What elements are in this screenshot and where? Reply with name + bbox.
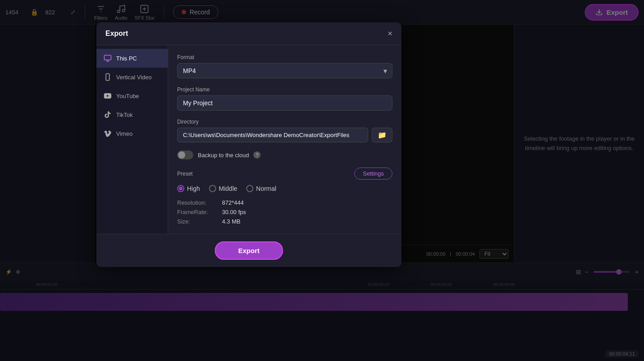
dialog-title: Export: [105, 30, 128, 38]
directory-wrapper: 📁: [177, 128, 392, 142]
export-dialog: Export × This PC Vertical Video YouTube …: [96, 22, 401, 267]
dialog-close-button[interactable]: ×: [387, 30, 392, 38]
format-select[interactable]: MP4 MOV AVI GIF: [177, 63, 392, 78]
backup-toggle-row: Backup to the cloud ?: [177, 150, 392, 159]
preset-section: Preset Settings High Middle N: [177, 168, 392, 192]
preset-normal[interactable]: Normal: [246, 185, 276, 192]
vimeo-icon: [104, 129, 112, 138]
export-bottom-button[interactable]: Export: [215, 241, 283, 260]
preset-normal-radio[interactable]: [246, 185, 253, 192]
vertical-video-icon: [104, 73, 112, 81]
preset-high[interactable]: High: [177, 185, 200, 192]
directory-input[interactable]: [177, 128, 368, 142]
preset-middle-radio[interactable]: [209, 185, 216, 192]
svg-rect-11: [104, 55, 111, 60]
sidebar-item-youtube[interactable]: YouTube: [96, 86, 168, 105]
directory-group: Directory 📁: [177, 119, 392, 142]
dialog-footer: Export: [96, 234, 401, 267]
settings-button[interactable]: Settings: [354, 168, 392, 180]
dialog-header: Export ×: [96, 22, 401, 45]
project-name-label: Project Name: [177, 86, 392, 93]
framerate-label: FrameRate:: [177, 209, 222, 215]
tiktok-icon: [104, 111, 112, 119]
framerate-value: 30.00 fps: [222, 209, 392, 215]
svg-rect-14: [106, 74, 109, 81]
preset-header: Preset Settings: [177, 168, 392, 180]
this-pc-icon: [104, 54, 112, 62]
backup-toggle[interactable]: [177, 150, 193, 159]
size-value: 4.3 MB: [222, 218, 392, 225]
resolution-value: 872*444: [222, 199, 392, 206]
project-name-input[interactable]: [177, 95, 392, 111]
dialog-main-content: Format MP4 MOV AVI GIF Project Name Dire…: [168, 45, 401, 234]
backup-label: Backup to the cloud: [198, 152, 249, 159]
preset-label: Preset: [177, 171, 193, 177]
sidebar-item-tiktok[interactable]: TikTok: [96, 105, 168, 124]
backup-help-icon[interactable]: ?: [253, 151, 261, 159]
resolution-label: Resolution:: [177, 199, 222, 206]
directory-label: Directory: [177, 119, 392, 125]
preset-high-radio[interactable]: [177, 185, 184, 192]
dialog-body: This PC Vertical Video YouTube TikTok Vi…: [96, 45, 401, 234]
preset-radio-group: High Middle Normal: [177, 185, 392, 192]
format-group: Format MP4 MOV AVI GIF: [177, 54, 392, 78]
youtube-icon: [104, 92, 112, 100]
sidebar-item-vertical-video[interactable]: Vertical Video: [96, 68, 168, 86]
project-name-group: Project Name: [177, 86, 392, 111]
format-select-wrapper: MP4 MOV AVI GIF: [177, 63, 392, 78]
preset-middle[interactable]: Middle: [209, 185, 237, 192]
folder-browse-button[interactable]: 📁: [372, 128, 392, 142]
sidebar-item-this-pc[interactable]: This PC: [96, 49, 168, 68]
dialog-sidebar: This PC Vertical Video YouTube TikTok Vi…: [96, 45, 168, 234]
sidebar-item-vimeo[interactable]: Vimeo: [96, 124, 168, 143]
size-label: Size:: [177, 218, 222, 225]
format-label: Format: [177, 54, 392, 60]
specs-grid: Resolution: 872*444 FrameRate: 30.00 fps…: [177, 199, 392, 225]
